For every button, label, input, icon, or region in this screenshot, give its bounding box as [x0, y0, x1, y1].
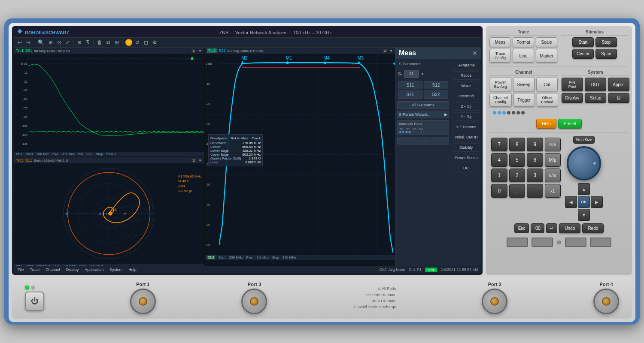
cal-btn[interactable]: Cal [536, 78, 558, 91]
display-btn[interactable]: Display [562, 93, 583, 103]
meas-close-button[interactable]: ✕ [472, 50, 477, 57]
mu-btn[interactable]: M/µ [545, 153, 561, 167]
trace-add-icon[interactable]: ⊕ [76, 39, 83, 46]
num-4[interactable]: 4 [491, 153, 507, 167]
line-btn[interactable]: Line [513, 49, 534, 63]
redo-btn[interactable]: Redo [582, 223, 604, 233]
trace3-dropdown[interactable]: ▼ [198, 159, 202, 162]
file-print-btn[interactable]: FilePrint [562, 78, 583, 91]
nav-down-btn[interactable]: ▼ [578, 209, 590, 221]
num-3[interactable]: 3 [527, 168, 543, 182]
s-param-input[interactable] [404, 70, 419, 78]
meas-ctrl-btn[interactable]: Meas [489, 37, 511, 47]
menu-display[interactable]: Display [65, 267, 80, 272]
num-9[interactable]: 9 [527, 138, 543, 151]
stop-btn[interactable]: Stop [595, 37, 617, 47]
km-btn[interactable]: k/m [545, 168, 561, 182]
screen-btn[interactable]: ⊟ [608, 93, 629, 103]
zoom-fit-icon[interactable]: ⊙ [56, 39, 63, 46]
num-1[interactable]: 1 [491, 168, 507, 182]
nav-right-btn[interactable]: ▶ [591, 196, 603, 208]
minus-btn[interactable]: - [527, 184, 543, 198]
center-btn[interactable]: Center [572, 49, 594, 59]
menu-file[interactable]: File [16, 267, 25, 272]
esc-btn[interactable]: Esc [514, 223, 529, 233]
rect-icon[interactable]: ◻ [143, 39, 149, 46]
num-7[interactable]: 7 [491, 138, 507, 151]
copy-icon[interactable]: ⧉ [105, 39, 112, 46]
dots-button[interactable]: ... [397, 137, 449, 144]
gear-icon[interactable]: ⚙ [151, 39, 158, 46]
x1-btn[interactable]: x1 [545, 184, 561, 198]
s12-button[interactable]: S12 [424, 81, 448, 89]
menu-system[interactable]: System [108, 267, 124, 272]
z-sij-btn[interactable]: Z←Sij [453, 102, 479, 111]
backspace-btn[interactable]: ⌫ [531, 223, 544, 233]
nav-up-btn[interactable]: ▲ [578, 183, 590, 195]
format-ctrl-btn[interactable]: Format [513, 37, 534, 47]
help-icon[interactable]: ? [125, 39, 132, 46]
undo-btn[interactable]: Undo [559, 223, 580, 233]
help-btn[interactable]: Help [536, 119, 556, 129]
nav-ok-btn[interactable]: OK [578, 196, 590, 208]
intermod-btn[interactable]: Intermod [453, 92, 479, 100]
enter-btn[interactable]: ↵ [546, 223, 557, 233]
power-sensor-btn[interactable]: Power Sensor [453, 153, 479, 162]
y-sij-btn[interactable]: Y←Sij [453, 112, 479, 121]
zoom-full-icon[interactable]: ⤢ [64, 39, 71, 46]
redo-icon[interactable]: ↪ [25, 39, 32, 46]
num-8[interactable]: 8 [509, 138, 526, 151]
trace-config-btn[interactable]: TraceConfig [489, 49, 511, 63]
marker-icon[interactable]: ⊼ [85, 39, 91, 46]
power-button[interactable]: ⏻ [25, 292, 44, 311]
gn-btn[interactable]: G/n [545, 138, 561, 151]
sweep-btn[interactable]: Sweep [513, 78, 535, 91]
power-bw-btn[interactable]: PowerBw Avg [490, 78, 511, 91]
decimal-btn[interactable]: . [509, 184, 526, 198]
preset-btn[interactable]: Preset [558, 119, 582, 129]
step-size-btn[interactable]: Step Size [573, 136, 595, 144]
sparam-wizard-button[interactable]: S-Param Wizard... ▶ [397, 111, 449, 118]
trace2-badge[interactable]: 3 [383, 49, 387, 53]
dc-btn[interactable]: DC [453, 164, 479, 172]
windows-icon[interactable]: ⊞ [113, 39, 120, 46]
menu-help[interactable]: Help [127, 267, 138, 272]
applic-btn[interactable]: Applic [608, 78, 629, 91]
trigger-btn[interactable]: Trigger [513, 93, 535, 107]
offset-embed-btn[interactable]: OffsetEmbed [537, 93, 558, 107]
nav-left-btn[interactable]: ◀ [565, 196, 577, 208]
menu-channel[interactable]: Channel [44, 267, 61, 272]
ratios-btn[interactable]: Ratios [453, 71, 479, 80]
num-5[interactable]: 5 [509, 153, 526, 167]
menu-trace[interactable]: Trace [29, 267, 41, 272]
num-0[interactable]: 0 [491, 184, 507, 198]
reset-icon[interactable]: ↺ [134, 39, 141, 46]
scale-ctrl-btn[interactable]: Scale [536, 37, 557, 47]
all-sparams-button[interactable]: All S-Params [397, 101, 449, 109]
sparams-right-btn[interactable]: S-Params [453, 61, 479, 69]
s21-button[interactable]: S21 [398, 90, 422, 99]
num-6[interactable]: 6 [527, 153, 543, 167]
yz-params-btn[interactable]: Y-Z Params [453, 123, 479, 131]
delete-icon[interactable]: 🗑 [96, 39, 103, 46]
dut-btn[interactable]: DUT [585, 78, 606, 91]
stability-btn[interactable]: Stability [453, 143, 479, 152]
s22-button[interactable]: S22 [424, 90, 448, 99]
rotary-knob[interactable] [567, 146, 601, 181]
trace1-dropdown[interactable]: ▼ [198, 49, 202, 53]
span-btn[interactable]: Span [595, 49, 617, 59]
zoom-in-icon[interactable]: ⊕ [47, 39, 54, 46]
undo-icon[interactable]: ↩ [16, 39, 23, 46]
trace2-dropdown[interactable]: ▼ [389, 49, 393, 53]
s11-button[interactable]: S11 [398, 81, 422, 89]
wave-btn[interactable]: Wave [453, 81, 479, 90]
zoom-out-icon[interactable]: 🔍 [36, 39, 46, 46]
channel-config-btn[interactable]: ChannelConfig [489, 93, 512, 107]
start-btn[interactable]: Start [572, 37, 594, 47]
setup-btn[interactable]: Setup [585, 93, 606, 103]
trace1-badge[interactable]: 1 [191, 49, 196, 53]
imbal-btn[interactable]: Imbal. CMRR [453, 133, 479, 141]
trace3-badge[interactable]: 2 [191, 159, 196, 162]
s-param-expand[interactable]: ▼ [421, 72, 424, 76]
menu-application[interactable]: Application [83, 267, 105, 272]
